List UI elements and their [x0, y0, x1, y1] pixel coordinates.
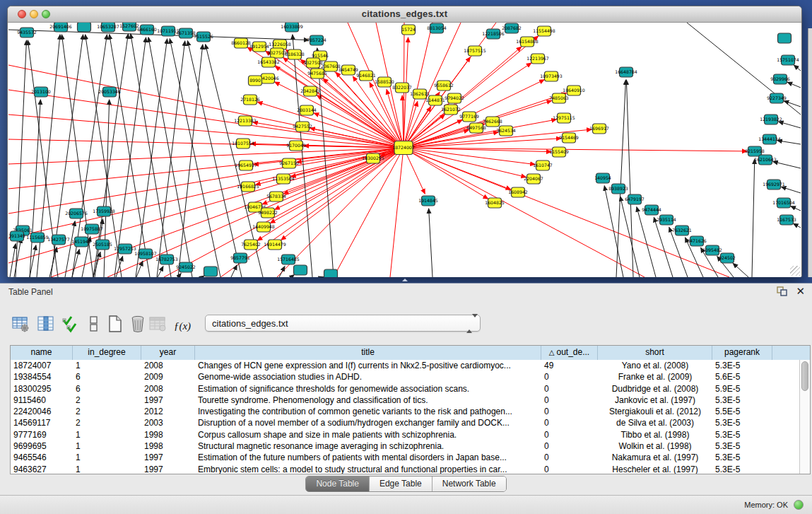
graph-node[interactable]: 1095482: [702, 245, 722, 255]
new-document-icon[interactable]: [105, 313, 126, 334]
graph-node[interactable]: 8912954: [249, 42, 269, 52]
select-rows-icon[interactable]: [60, 313, 81, 334]
graph-node[interactable]: 1167533: [777, 215, 796, 225]
graph-node[interactable]: 2342843: [300, 86, 320, 96]
function-builder-icon[interactable]: ƒ(x): [172, 315, 193, 337]
graph-node[interactable]: 9427552: [293, 122, 312, 132]
graph-node[interactable]: 1451946: [71, 237, 91, 247]
graph-node[interactable]: [294, 265, 307, 275]
graph-node[interactable]: 1610747: [533, 160, 553, 170]
graph-node[interactable]: 8454749: [339, 65, 358, 75]
graph-node[interactable]: 9245022: [176, 262, 196, 272]
graph-node[interactable]: 11156859: [26, 233, 49, 243]
table-row[interactable]: 946362711997Embryonic stem cells: a mode…: [11, 464, 799, 474]
network-table-dropdown[interactable]: citations_edges.txt: [205, 315, 481, 332]
graph-node[interactable]: 16914479: [264, 240, 286, 250]
graph-node[interactable]: 7857224: [307, 35, 326, 45]
graph-node[interactable]: 8322037: [392, 83, 412, 93]
graph-node[interactable]: 18724007: [392, 141, 415, 155]
graph-node[interactable]: 9474444: [642, 205, 661, 215]
graph-node[interactable]: 11353504: [272, 174, 295, 184]
graph-node[interactable]: 9227349: [767, 93, 787, 103]
graph-node[interactable]: 7462668: [483, 117, 502, 127]
graph-node[interactable]: 7515526: [194, 32, 213, 42]
graph-node[interactable]: 2204067: [524, 174, 543, 184]
scrollbar-thumb[interactable]: [801, 361, 808, 391]
graph-node[interactable]: 18640910: [563, 86, 585, 95]
graph-node[interactable]: 2087682: [502, 23, 522, 33]
graph-node[interactable]: 3624534: [496, 126, 516, 136]
close-panel-icon[interactable]: ✕: [796, 286, 805, 297]
graph-node[interactable]: 1696917: [589, 124, 609, 134]
graph-node[interactable]: 12213383: [234, 116, 257, 126]
graph-node[interactable]: 140954: [594, 173, 611, 183]
graph-node[interactable]: 9170049: [286, 141, 306, 151]
row-height-icon[interactable]: [83, 313, 105, 334]
graph-node[interactable]: 18107554: [232, 139, 254, 148]
memory-status-indicator[interactable]: [794, 500, 804, 510]
graph-node[interactable]: 1362615: [410, 89, 430, 99]
graph-node[interactable]: 16033809: [281, 23, 303, 32]
graph-node[interactable]: 9498222: [258, 208, 278, 218]
column-header-year[interactable]: year: [141, 346, 195, 360]
graph-node[interactable]: 19166825: [237, 182, 259, 192]
graph-node[interactable]: 1604825: [485, 198, 505, 208]
graph-node[interactable]: 9154469: [559, 133, 579, 143]
graph-node[interactable]: 2013100: [31, 87, 51, 97]
graph-node[interactable]: 1621072: [441, 105, 461, 115]
graph-node[interactable]: 9475685: [307, 69, 327, 78]
graph-node[interactable]: 1527602: [119, 23, 139, 31]
graph-node[interactable]: 924502: [719, 253, 736, 263]
graph-node[interactable]: 19654937: [235, 160, 257, 170]
graph-node[interactable]: 8471626: [687, 236, 707, 246]
graph-node[interactable]: 7625402: [241, 240, 261, 250]
graph-node[interactable]: 20206576: [65, 209, 88, 218]
delete-icon[interactable]: [127, 313, 148, 334]
graph-node[interactable]: 13427577: [47, 235, 70, 245]
graph-node[interactable]: 20691406: [49, 23, 72, 32]
table-row[interactable]: 1456911722003Disruption of a novel membe…: [11, 417, 799, 428]
graph-node[interactable]: 15751074: [777, 55, 799, 65]
graph-node[interactable]: 2935114: [657, 215, 676, 225]
column-header-pagerank[interactable]: pagerank: [712, 346, 772, 360]
graph-node[interactable]: 15724: [401, 25, 416, 35]
graph-node[interactable]: 20053346: [98, 87, 121, 97]
tab-node-table[interactable]: Node Table: [306, 477, 370, 491]
table-row[interactable]: 911546021997Tourette syndrome. Phenomeno…: [11, 395, 799, 406]
column-header-title[interactable]: title: [195, 346, 541, 360]
graph-node[interactable]: 12193822: [760, 115, 782, 124]
graph-node[interactable]: 6497568: [466, 123, 486, 133]
table-row[interactable]: 946554611997Estimation of the future num…: [11, 452, 799, 463]
graph-node[interactable]: 9267150: [279, 158, 299, 168]
graph-node[interactable]: 9777169: [459, 112, 479, 122]
graph-node[interactable]: 9329966: [770, 74, 790, 84]
network-canvas[interactable]: 9435572206914061065328715276026466160107…: [8, 23, 801, 277]
graph-node[interactable]: [324, 269, 338, 277]
graph-node[interactable]: 8660128: [231, 38, 251, 48]
graph-node[interactable]: 16154808: [516, 37, 539, 47]
graph-node[interactable]: 12213967: [526, 54, 549, 64]
graph-node[interactable]: 6479197: [625, 194, 645, 204]
window-titlebar[interactable]: citations_edges.txt: [8, 6, 801, 23]
column-header-short[interactable]: short: [598, 346, 712, 360]
table-row[interactable]: 969969511998Structural magnetic resonanc…: [11, 440, 799, 452]
graph-node[interactable]: 2803144: [297, 105, 317, 115]
table-row[interactable]: 1830029562008Estimation of significance …: [11, 383, 799, 395]
table-row[interactable]: 977716911998Corpus callosum shape and si…: [11, 429, 799, 440]
graph-node[interactable]: 1608942: [508, 187, 528, 197]
column-chooser-icon[interactable]: [35, 313, 57, 334]
graph-node[interactable]: 8938923: [608, 184, 628, 194]
graph-node[interactable]: 2505185: [93, 240, 112, 250]
column-header-out_de[interactable]: △out_de...: [541, 346, 598, 360]
vertical-scrollbar[interactable]: [799, 360, 810, 474]
table-settings-icon[interactable]: [10, 313, 31, 334]
graph-node[interactable]: 8813054: [427, 23, 447, 33]
float-panel-icon[interactable]: [777, 286, 787, 296]
graph-node[interactable]: 8990: [249, 76, 262, 86]
graph-node[interactable]: 9327508: [303, 58, 323, 68]
graph-node[interactable]: 16648784: [615, 67, 637, 77]
graph-node[interactable]: 16782753: [155, 255, 178, 264]
graph-node[interactable]: 12975115: [553, 113, 575, 123]
resize-grip-icon[interactable]: [790, 266, 800, 276]
graph-node[interactable]: 9794022: [445, 93, 464, 103]
